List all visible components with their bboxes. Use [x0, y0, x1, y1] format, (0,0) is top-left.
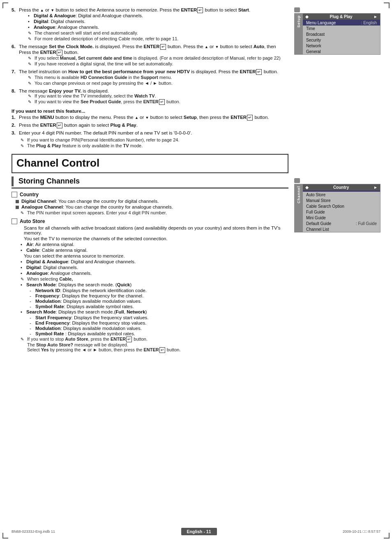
country-label: Country: [20, 192, 39, 197]
auto-a-text: Analogue: Analogue channels.: [26, 271, 92, 276]
symbol-rate-1-text: Symbol Rate: Displays available symbol r…: [35, 304, 134, 309]
broadcast-label: Broadcast: [306, 32, 377, 37]
menu-lang-label: Menu Language: [306, 21, 361, 25]
reset-note-2: The Plug & Play feature is only availabl…: [21, 143, 288, 148]
sm2-text: Search Mode: Displays the search mode.(F…: [26, 309, 147, 314]
reset-step-2: 2. Press the ENTER↵ button again to sele…: [12, 123, 288, 128]
note-5-1-text: The channel search will start and end au…: [35, 30, 138, 35]
country-checkbox: [12, 192, 17, 197]
bullet-a-dot: •: [21, 271, 26, 276]
digital-channel-text: Digital Channel: You can change the coun…: [21, 199, 159, 204]
country-note-text: The PIN number input screen appears. Ent…: [27, 210, 167, 215]
right-column: Setup ◆ Plug & Play ► Menu Language : En…: [294, 7, 380, 356]
reset-step-3-content: Enter your 4 digit PIN number. The defau…: [19, 130, 288, 135]
english-badge: English - 11: [181, 528, 217, 535]
bullet-dot-3: •: [28, 25, 34, 30]
full-guide-label: Full Guide: [306, 210, 377, 214]
dash-5: -: [30, 315, 35, 320]
dash-8: -: [30, 331, 35, 336]
tv-menu-2-item-1: Manual Store: [303, 197, 380, 203]
stop-auto-text: If you want to stop Auto Store, press th…: [27, 337, 181, 353]
reset-step-2-content: Press the ENTER↵ button again to select …: [19, 123, 288, 128]
pencil-icon-stop: [21, 337, 27, 341]
tv-menu-2-item-4: Mini Guide: [303, 215, 380, 221]
auto-cable-text: Cable: Cable antenna signal.: [26, 248, 88, 253]
reset-step-2-text: Press the ENTER↵ button again to select …: [19, 123, 138, 128]
pencil-icon-8-1: [28, 94, 35, 98]
tri-up-icon: [40, 7, 44, 12]
note-5-2-text: For more detailed description of selecti…: [35, 36, 178, 41]
country-note: The PIN number input screen appears. Ent…: [21, 210, 288, 215]
auto-analogue: • Analogue: Analogue channels.: [21, 271, 288, 276]
step-6-num: 6.: [12, 44, 19, 49]
end-freq: - End Frequency: Displays the frequency …: [30, 320, 288, 325]
reset-step-1: 1. Press the MENU button to display the …: [12, 115, 288, 121]
tv-menu-1-item-4: Network: [303, 43, 380, 49]
pencil-icon-6-2: [28, 62, 35, 66]
storing-channels-label: Storing Channels: [18, 177, 80, 186]
analogue-channel-text: Analogue Channel: You can change the cou…: [21, 204, 173, 209]
auto-store-desc2: You set the TV to memorize the channels …: [24, 236, 288, 241]
sq-bullet-analogue: [16, 206, 19, 209]
step-7-num: 7.: [12, 69, 19, 74]
storing-channels-bar: [12, 176, 14, 186]
symbol-rate-2-text: Symbol Rate : Displays available symbol …: [35, 331, 135, 336]
text-column: 5. Press the or button to select the Ant…: [12, 7, 294, 356]
auto-store-checkbox: [12, 218, 17, 224]
step-7: 7. The brief instruction on How to get t…: [12, 69, 288, 86]
dash-3: -: [30, 299, 35, 304]
corner-tl: [2, 2, 8, 8]
auto-store-label: Auto Store: [20, 218, 45, 224]
arrow-right-1: ►: [374, 14, 378, 19]
frequency-1-text: Frequency: Displays the frequency for th…: [35, 293, 143, 298]
start-freq: - Start Frequency: Displays the frequenc…: [30, 315, 288, 320]
tv-menu-1-title: ◆ Plug & Play ►: [303, 14, 380, 20]
reset-note-1-text: If you want to change PIN(Personal Ident…: [27, 137, 180, 142]
note-6-1-text: If you select Manual, Set current date a…: [35, 56, 281, 60]
tv-menu-1-title-text: Plug & Play: [330, 14, 353, 19]
bullet-digital-analogue-text: Digital & Analogue: Digital and Analogue…: [34, 13, 143, 18]
step-6-content: The message Set the Clock Mode. is displ…: [19, 44, 288, 67]
enter-icon-8: ↵: [159, 99, 165, 105]
auto-da-text: Digital & Analogue: Digital and Analogue…: [26, 259, 136, 264]
channel-control-title: Channel Control: [16, 157, 99, 169]
step-8-content: The message Enjoy your TV. is displayed.…: [19, 88, 288, 106]
auto-d-text: Digital: Digital channels.: [26, 265, 78, 270]
mini-guide-label: Mini Guide: [306, 216, 377, 220]
bullet-dot-2: •: [28, 19, 34, 24]
auto-store-title: Auto Store: [12, 218, 288, 224]
auto-store-desc1: Scans for all channels with active broad…: [24, 225, 288, 235]
step-8-num: 8.: [12, 88, 19, 93]
end-freq-text: End Frequency: Displays the frequency st…: [35, 320, 146, 325]
tv-menu-2-item-6: Channel List: [303, 226, 380, 232]
pencil-icon-country: [21, 211, 27, 215]
country-section: Country Digital Channel: You can change …: [12, 192, 288, 215]
pencil-icon-5-1: [28, 31, 35, 35]
auto-digital-analogue: • Digital & Analogue: Digital and Analog…: [21, 259, 288, 264]
start-freq-text: Start Frequency: Displays the frequency …: [35, 315, 148, 320]
cable-search-label: Cable Search Option: [306, 204, 377, 209]
tv-menu-2-title-text: Country: [333, 185, 349, 190]
search-mode-2: • Search Mode: Displays the search mode.…: [21, 309, 288, 314]
manual-store-label: Manual Store: [306, 198, 377, 203]
country-icon: ◆: [305, 185, 309, 190]
search-mode-1: • Search Mode: Displays the search mode.…: [21, 282, 288, 287]
note-6-2-text: If you have received a digital signal, t…: [35, 61, 173, 66]
corner-tr: [384, 2, 390, 8]
cable-note: When selecting Cable,: [21, 276, 288, 281]
note-8-1: If you want to view the TV immediately, …: [28, 93, 288, 98]
tv-menu-2-item-0: Auto Store: [303, 192, 380, 197]
general-label: General: [306, 49, 377, 54]
note-7-1: This menu is available HD Connection Gui…: [28, 75, 288, 80]
modulation-1: - Modulation: Displays available modulat…: [30, 299, 288, 304]
arrow-right-2: ►: [374, 185, 378, 190]
dash-1: -: [30, 288, 35, 293]
analogue-channel-item: Analogue Channel: You can change the cou…: [16, 204, 288, 209]
tri-down-icon: [51, 7, 54, 12]
digital-channel-item: Digital Channel: You can change the coun…: [16, 199, 288, 204]
pencil-icon-7-1: [28, 75, 35, 80]
modulation-1-text: Modulation: Displays available modulatio…: [35, 299, 142, 304]
bullet-digital-text: Digital: Digital channels.: [34, 19, 85, 24]
security-label: Security: [306, 38, 377, 42]
storing-channels-section: Storing Channels Country Digital Channel…: [12, 176, 288, 353]
